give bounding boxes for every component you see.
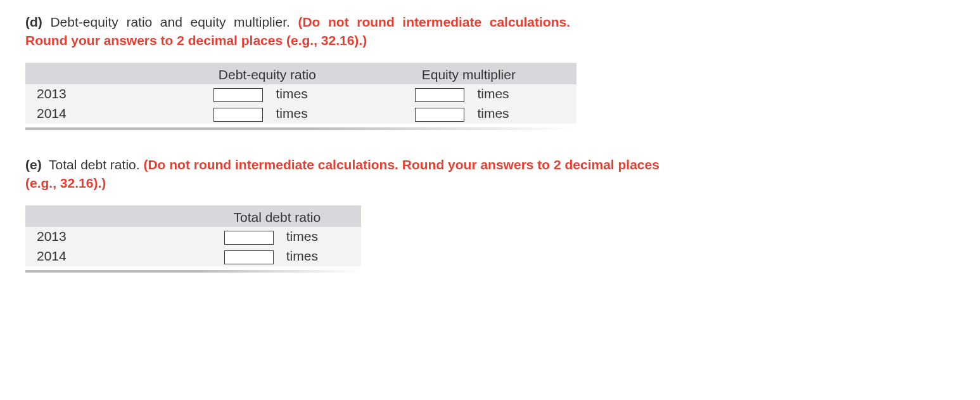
input-d-2014-debt-equity[interactable] <box>213 108 263 122</box>
table-d-row-2013: 2013 times times <box>25 84 576 104</box>
input-e-2013-total-debt[interactable] <box>224 231 274 245</box>
table-d-header-equity-mult: Equity multiplier <box>361 65 576 84</box>
question-d: (d) Debt-equity ratio and equity multipl… <box>25 13 955 130</box>
unit-label: times <box>477 106 509 120</box>
question-d-label: (d) <box>25 15 42 29</box>
table-d-row-2014: 2014 times times <box>25 104 576 124</box>
table-e-year-2014: 2014 <box>25 247 193 266</box>
unit-label: times <box>286 229 318 243</box>
table-d-year-2013: 2013 <box>25 84 174 104</box>
table-d: Debt-equity ratio Equity multiplier 2013… <box>25 63 576 124</box>
question-e: (e) Total debt ratio. (Do not round inte… <box>25 155 955 273</box>
table-d-year-2014: 2014 <box>25 104 174 124</box>
table-d-header-blank <box>25 65 174 84</box>
table-d-header-row: Debt-equity ratio Equity multiplier <box>25 65 576 84</box>
input-d-2013-debt-equity[interactable] <box>213 88 263 102</box>
question-e-prompt: (e) Total debt ratio. (Do not round inte… <box>25 155 671 193</box>
input-d-2014-equity-mult[interactable] <box>415 108 464 122</box>
table-e-header-row: Total debt ratio <box>25 208 361 227</box>
table-d-header-debt-equity: Debt-equity ratio <box>174 65 361 84</box>
unit-label: times <box>477 86 509 101</box>
unit-label: times <box>276 106 307 120</box>
table-e-year-2013: 2013 <box>25 227 193 247</box>
question-e-label: (e) <box>25 157 42 172</box>
table-e-header-total-debt: Total debt ratio <box>193 208 361 227</box>
input-e-2014-total-debt[interactable] <box>224 250 274 264</box>
question-d-text: Debt-equity ratio and equity multiplier. <box>50 15 290 29</box>
question-e-text: Total debt ratio. <box>49 157 140 172</box>
table-e-row-2013: 2013 times <box>25 227 361 247</box>
unit-label: times <box>276 86 307 101</box>
table-e: Total debt ratio 2013 times 2014 times <box>25 205 361 266</box>
table-e-row-2014: 2014 times <box>25 247 361 266</box>
unit-label: times <box>286 248 318 263</box>
table-e-header-blank <box>25 208 193 227</box>
table-e-divider <box>25 270 361 273</box>
input-d-2013-equity-mult[interactable] <box>415 88 464 102</box>
table-d-divider <box>25 127 576 130</box>
question-d-prompt: (d) Debt-equity ratio and equity multipl… <box>25 13 570 50</box>
